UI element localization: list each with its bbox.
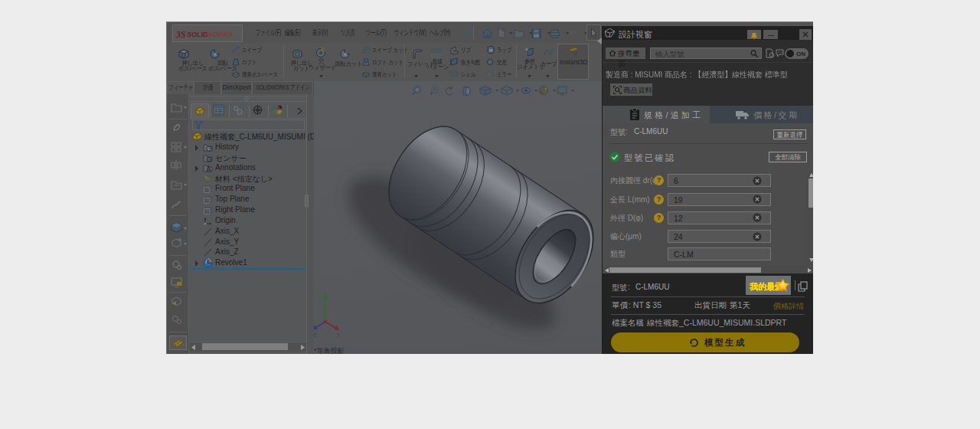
svg-text:Z: Z bbox=[314, 332, 317, 338]
svg-text:X: X bbox=[337, 332, 341, 338]
svg-text:Y: Y bbox=[317, 295, 321, 300]
svg-text:SOLID: SOLID bbox=[187, 31, 208, 38]
svg-text:3S: 3S bbox=[175, 29, 186, 40]
svg-text:WORKS: WORKS bbox=[207, 31, 234, 38]
